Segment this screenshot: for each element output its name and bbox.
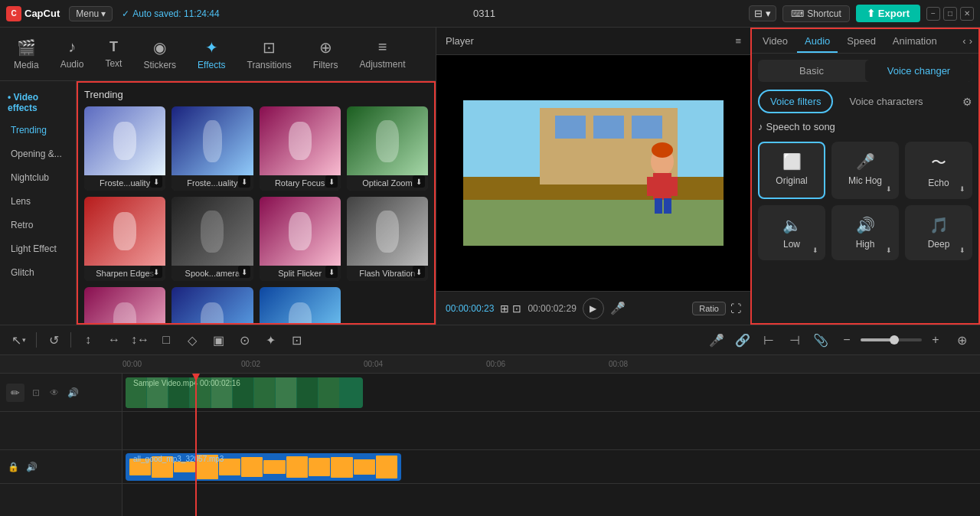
- sidebar-item-nightclub[interactable]: Nightclub: [3, 166, 73, 189]
- plus-icon: +: [932, 333, 939, 347]
- pip-tool[interactable]: 📎: [808, 328, 833, 352]
- download-icon[interactable]: ⬇: [325, 266, 338, 278]
- voice-char-low[interactable]: 🔈 Low ⬇: [758, 205, 825, 260]
- voice-char-deep[interactable]: 🎵 Deep ⬇: [905, 205, 972, 260]
- download-icon[interactable]: ⬇: [413, 266, 425, 278]
- audio-volume-icon[interactable]: 🔊: [24, 460, 38, 474]
- basic-mode-button[interactable]: Basic: [758, 60, 865, 82]
- zoom-slider[interactable]: [861, 338, 922, 341]
- select-tool[interactable]: ↖ ▾: [6, 328, 31, 352]
- fullscreen-button[interactable]: ⛶: [730, 302, 741, 315]
- download-icon[interactable]: ⬇: [884, 245, 894, 256]
- sidebar-item-retro[interactable]: Retro: [3, 214, 73, 237]
- download-icon[interactable]: ⬇: [238, 175, 250, 188]
- mic-icon: 🎤: [709, 333, 724, 348]
- snap-tool[interactable]: ⊢: [756, 328, 781, 352]
- tab-stickers[interactable]: ◉ Stickers: [132, 32, 187, 77]
- more-tabs[interactable]: ‹ ›: [959, 29, 975, 53]
- download-icon[interactable]: ⬇: [150, 266, 162, 278]
- crop-tool[interactable]: ↕↔: [128, 328, 152, 352]
- voice-filters-tab[interactable]: Voice filters: [758, 90, 833, 113]
- frame-tool[interactable]: ▣: [206, 328, 230, 352]
- download-icon[interactable]: ⬇: [957, 245, 968, 256]
- tab-transitions[interactable]: ⊡ Transitions: [237, 32, 302, 77]
- fit-button[interactable]: ⊕: [949, 328, 974, 352]
- maximize-button[interactable]: □: [943, 7, 957, 21]
- video-clip[interactable]: Sample Video.mp4 00:00:02:16: [126, 377, 363, 408]
- export-button[interactable]: ⬆ Export: [856, 5, 920, 22]
- track-tool[interactable]: ⊣: [782, 328, 807, 352]
- effect-card-frosty1[interactable]: Froste...uality ⬇: [84, 106, 165, 191]
- tab-audio[interactable]: ♪ Audio: [50, 32, 95, 76]
- tab-animation[interactable]: Animation: [885, 29, 945, 53]
- effect-card-sharpen[interactable]: Sharpen Edges ⬇: [84, 197, 165, 281]
- sidebar-item-glitch[interactable]: Glitch: [3, 261, 73, 284]
- shortcut-button[interactable]: ⌨ Shortcut: [782, 5, 850, 22]
- grid-toggle[interactable]: ⊞: [500, 302, 509, 315]
- effect-card-frosty2[interactable]: Froste...uality ⬇: [172, 106, 253, 191]
- audio-clip[interactable]: all_good_mp3_32057.mp3: [126, 453, 401, 481]
- edit-track-button[interactable]: ✏: [6, 384, 24, 402]
- grid-tool[interactable]: ⊡: [284, 328, 309, 352]
- voice-char-mic-hog[interactable]: 🎤 Mic Hog ⬇: [831, 142, 899, 199]
- split-tool[interactable]: ↕: [76, 328, 100, 352]
- voice-char-original[interactable]: ⬜ Original: [758, 142, 825, 199]
- download-icon[interactable]: ⬇: [150, 175, 162, 188]
- tab-speed[interactable]: Speed: [839, 29, 884, 53]
- zoom-out-button[interactable]: −: [835, 328, 859, 352]
- undo-button[interactable]: ↺: [41, 328, 66, 352]
- display-mode[interactable]: ⊟ ▾: [749, 5, 776, 21]
- voice-characters-tab[interactable]: Voice characters: [838, 90, 934, 113]
- sidebar-item-lens[interactable]: Lens: [3, 190, 73, 213]
- effect-card-extra1[interactable]: [84, 287, 165, 325]
- mic-button[interactable]: 🎤: [610, 301, 626, 315]
- voice-char-echo[interactable]: 〜 Echo ⬇: [905, 142, 972, 199]
- effect-card-flash[interactable]: Flash Vibration ⬇: [347, 197, 428, 281]
- tab-filters[interactable]: ⊕ Filters: [302, 32, 349, 77]
- tab-video[interactable]: Video: [755, 29, 795, 53]
- download-icon[interactable]: ⬇: [413, 175, 425, 188]
- ratio-button[interactable]: Ratio: [692, 302, 726, 315]
- link-tool[interactable]: 🔗: [730, 328, 755, 352]
- download-icon[interactable]: ⬇: [238, 266, 250, 278]
- volume-icon[interactable]: 🔊: [66, 386, 80, 400]
- filter-settings-icon[interactable]: ⚙: [962, 96, 972, 108]
- play-button[interactable]: ▶: [583, 298, 604, 319]
- tab-effects[interactable]: ✦ Effects: [187, 32, 236, 77]
- close-button[interactable]: ✕: [960, 7, 974, 21]
- mic-tool[interactable]: 🎤: [704, 328, 729, 352]
- tab-adjustment[interactable]: ≡ Adjustment: [348, 32, 416, 76]
- tab-media[interactable]: 🎬 Media: [3, 32, 50, 77]
- effect-card-rotary[interactable]: Rotary Focus ⬇: [260, 106, 341, 191]
- menu-button[interactable]: Menu ▾: [69, 6, 113, 21]
- playhead[interactable]: [195, 374, 197, 516]
- sidebar-item-light-effect[interactable]: Light Effect: [3, 237, 73, 260]
- sidebar-item-opening[interactable]: Opening &...: [3, 142, 73, 165]
- speech-to-song-button[interactable]: ♪ Speech to song: [758, 121, 835, 132]
- effect-card-extra2[interactable]: [172, 287, 253, 325]
- ruler-mark-0: 00:00: [122, 360, 142, 368]
- player-menu-icon[interactable]: ≡: [735, 35, 741, 47]
- effect-card-split[interactable]: Split Flicker ⬇: [260, 197, 341, 281]
- minimize-button[interactable]: −: [926, 7, 940, 21]
- sidebar-item-trending[interactable]: Trending: [3, 119, 73, 142]
- voice-changer-mode-button[interactable]: Voice changer: [865, 60, 972, 82]
- zoom-in-button[interactable]: +: [923, 328, 948, 352]
- diamond-tool[interactable]: ◇: [180, 328, 204, 352]
- circle-tool[interactable]: ⊙: [232, 328, 256, 352]
- tab-text[interactable]: T Text: [94, 33, 132, 75]
- grid-toggle2[interactable]: ⊡: [512, 302, 521, 315]
- download-icon[interactable]: ⬇: [325, 175, 338, 188]
- eye-icon[interactable]: 👁: [47, 386, 61, 400]
- star-tool[interactable]: ✦: [258, 328, 283, 352]
- voice-char-high[interactable]: 🔊 High ⬇: [831, 205, 899, 260]
- download-icon[interactable]: ⬇: [810, 245, 821, 256]
- download-icon[interactable]: ⬇: [957, 184, 968, 194]
- tab-audio[interactable]: Audio: [797, 29, 838, 53]
- effect-card-spooky[interactable]: Spook...amera ⬇: [172, 197, 253, 281]
- trim-tool[interactable]: ↔: [102, 328, 126, 352]
- download-icon[interactable]: ⬇: [884, 184, 894, 194]
- box-tool[interactable]: □: [154, 328, 178, 352]
- effect-card-optical[interactable]: Optical Zoom ⬇: [347, 106, 428, 191]
- effect-card-extra3[interactable]: [260, 287, 341, 325]
